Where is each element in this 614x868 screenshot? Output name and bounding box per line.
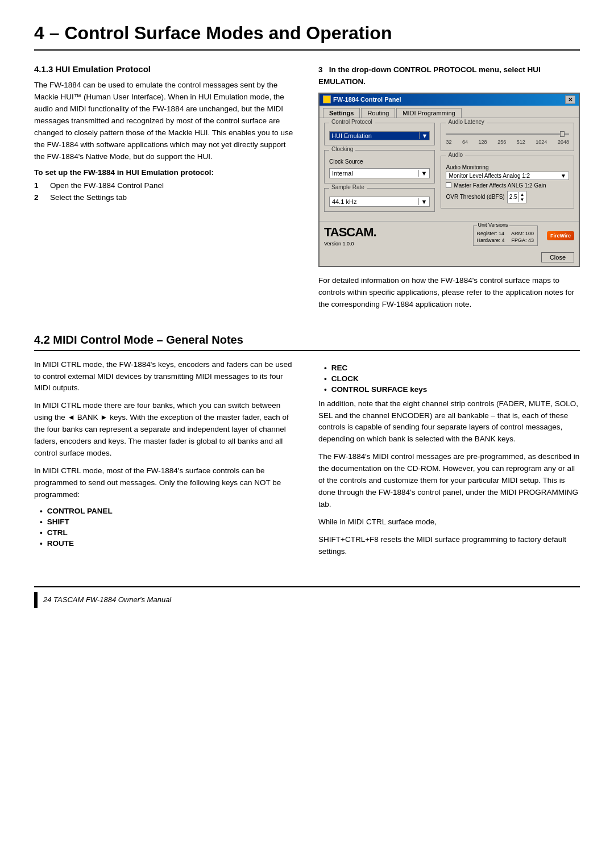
cp-master-fader-label: Master Fader Affects ANLG 1:2 Gain [454, 182, 546, 189]
cp-latency-2048: 2048 [558, 139, 569, 145]
cp-clocking-label: Clocking [329, 146, 355, 152]
s42-right-para2: The FW-1884's MIDI control messages are … [318, 451, 580, 511]
cp-latency-track [446, 133, 569, 135]
step-2-text: Select the Settings tab [50, 193, 296, 202]
cp-clock-source-label: Clock Source [329, 158, 430, 165]
cp-fpga: FPGA: 43 [512, 237, 534, 243]
cp-tab-routing[interactable]: Routing [361, 108, 395, 118]
cp-audio-monitoring-label: Audio Monitoring [446, 164, 569, 170]
step-1: 1 Open the FW-1884 Control Panel [34, 181, 296, 190]
section-42-right: REC CLOCK CONTROL SURFACE keys In additi… [318, 359, 580, 564]
cp-master-fader-row: Master Fader Affects ANLG 1:2 Gain [446, 182, 569, 189]
bullet-control-surface-keys: CONTROL SURFACE keys [324, 385, 580, 394]
cp-close-row: Close [320, 250, 579, 266]
cp-unit-versions-label: Unit Versions [477, 222, 509, 228]
cp-ovr-row: OVR Threshold (dBFS) 2.5 ▲ ▼ [446, 191, 569, 203]
step-3-label: 3 In the drop-down CONTROL PROTOCOL menu… [318, 64, 580, 88]
bullet-route: ROUTE [40, 539, 296, 548]
cp-clock-source-value: Internal [332, 170, 353, 177]
step-2-num: 2 [34, 193, 42, 202]
cp-clock-source-arrow: ▼ [418, 170, 428, 177]
cp-tab-settings[interactable]: Settings [323, 108, 360, 118]
cp-sample-rate-group: Sample Rate 44.1 kHz ▼ [324, 188, 435, 212]
s42-left-bullets: CONTROL PANEL SHIFT CTRL ROUTE [40, 507, 296, 548]
bullet-shift-text: SHIFT [47, 518, 69, 526]
cp-tabs: Settings Routing MIDI Programming [320, 106, 579, 118]
cp-master-fader-checkbox[interactable] [446, 182, 451, 188]
bullet-ctrl-text: CTRL [47, 528, 68, 537]
s42-left-para2: In MIDI CTRL mode there are four banks, … [34, 400, 296, 460]
cp-version: Version 1.0.0 [324, 241, 376, 247]
cp-close-x[interactable]: ✕ [565, 95, 575, 104]
bullet-control-panel: CONTROL PANEL [40, 507, 296, 515]
section-413-heading: 4.1.3 HUI Emulation Protocol [34, 64, 296, 74]
bullet-clock-text: CLOCK [331, 374, 359, 383]
bullet-rec: REC [324, 364, 580, 372]
cp-latency-labels: 32 64 128 256 512 1024 2048 [446, 139, 569, 145]
cp-latency-256: 256 [497, 139, 506, 145]
page-title: 4 – Control Surface Modes and Operation [34, 23, 580, 51]
cp-spinner-arrows: ▲ ▼ [518, 192, 525, 202]
cp-latency-64: 64 [462, 139, 468, 145]
cp-spinner-down: ▼ [520, 197, 525, 202]
cp-arm: ARM: 100 [511, 231, 534, 236]
setup-label: To set up the FW-1884 in HUI Emulation p… [34, 168, 296, 177]
cp-dropdown-arrow: ▼ [419, 132, 428, 139]
bullet-control-panel-text: CONTROL PANEL [47, 507, 113, 515]
cp-ovr-value: 2.5 [509, 194, 517, 200]
cp-latency-512: 512 [517, 139, 525, 145]
cp-titlebar-title: FW-1884 Control Panel [323, 95, 401, 103]
cp-control-protocol-value: HUI Emulation [331, 132, 372, 139]
cp-sample-rate-value: 44.1 kHz [332, 198, 356, 205]
cp-latency-128: 128 [479, 139, 487, 145]
cp-body: Control Protocol HUI Emulation ▼ Clockin… [320, 118, 579, 221]
cp-clock-source-dropdown[interactable]: Internal ▼ [329, 168, 430, 178]
cp-monitor-dropdown[interactable]: Monitor Level Affects Analog 1:2 ▼ [446, 172, 569, 180]
cp-firewire-badge: FireWire [547, 231, 574, 240]
s42-right-para3-label: While in MIDI CTRL surface mode, [318, 516, 580, 528]
cp-unit-details: Register: 14 ARM: 100 [477, 231, 534, 236]
cp-right-col: Audio Latency 32 64 128 [441, 123, 574, 216]
s42-right-para1: In addition, note that the eight channel… [318, 398, 580, 446]
cp-close-button[interactable]: Close [541, 252, 574, 262]
cp-control-protocol-label: Control Protocol [329, 119, 375, 125]
cp-footer: TASCAM. Version 1.0.0 Unit Versions Regi… [320, 221, 579, 250]
cp-tascam-logo: TASCAM. [324, 225, 376, 240]
cp-tab-midi-programming[interactable]: MIDI Programming [396, 108, 461, 118]
cp-spinner-up: ▲ [520, 192, 525, 197]
cp-titlebar-text: FW-1884 Control Panel [333, 96, 401, 103]
cp-control-protocol-dropdown[interactable]: HUI Emulation ▼ [329, 131, 430, 140]
cp-unit-versions-group: Unit Versions Register: 14 ARM: 100 Hard… [473, 226, 575, 246]
cp-monitor-level-text: Monitor Level Affects Analog 1:2 [449, 173, 530, 179]
page-footer: 24 TASCAM FW-1884 Owner's Manual [34, 586, 580, 608]
section-42-heading: 4.2 MIDI Control Mode – General Notes [34, 333, 580, 351]
step-1-text: Open the FW-1884 Control Panel [50, 181, 296, 190]
cp-ovr-spinner[interactable]: 2.5 ▲ ▼ [507, 191, 527, 203]
cp-titlebar: FW-1884 Control Panel ✕ [320, 94, 579, 106]
cp-control-protocol-group: Control Protocol HUI Emulation ▼ [324, 123, 435, 145]
cp-sample-rate-label: Sample Rate [329, 184, 367, 190]
cp-sample-rate-arrow: ▼ [418, 198, 428, 205]
bullet-route-text: ROUTE [47, 539, 74, 548]
bullet-shift: SHIFT [40, 518, 296, 526]
section-413-post-text: For detailed information on how the FW-1… [318, 275, 580, 311]
footer-text: 24 TASCAM FW-1884 Owner's Manual [43, 595, 171, 604]
cp-ovr-label: OVR Threshold (dBFS) [446, 194, 504, 200]
bullet-control-surface-keys-text: CONTROL SURFACE keys [331, 385, 428, 394]
cp-latency-slider[interactable] [446, 129, 569, 139]
section-42-left: In MIDI CTRL mode, the FW-1884's keys, e… [34, 359, 296, 564]
cp-register: Register: 14 [477, 231, 505, 236]
bullet-rec-text: REC [331, 364, 348, 372]
cp-titlebar-icon [323, 95, 331, 103]
cp-audio-latency-group: Audio Latency 32 64 128 [441, 123, 574, 151]
step-1-num: 1 [34, 181, 42, 190]
s42-left-para3: In MIDI CTRL mode, most of the FW-1884's… [34, 465, 296, 501]
s42-left-para1: In MIDI CTRL mode, the FW-1884's keys, e… [34, 359, 296, 395]
s42-right-para3: SHIFT+CTRL+F8 resets the MIDI surface pr… [318, 534, 580, 558]
bullet-clock: CLOCK [324, 374, 580, 383]
cp-latency-thumb [560, 131, 565, 137]
cp-audio-label: Audio [446, 152, 465, 158]
cp-left-col: Control Protocol HUI Emulation ▼ Clockin… [324, 123, 435, 216]
cp-sample-rate-dropdown[interactable]: 44.1 kHz ▼ [329, 197, 430, 207]
section-413-intro: The FW-1884 can be used to emulate the c… [34, 80, 296, 162]
